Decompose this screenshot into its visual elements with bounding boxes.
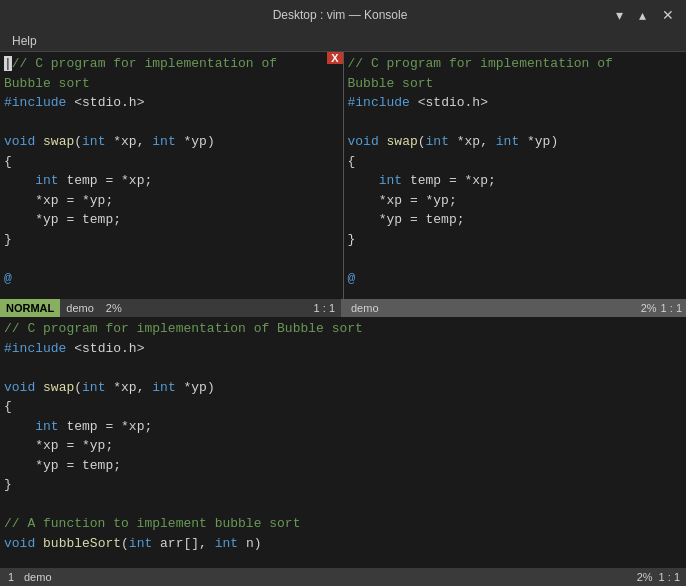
code-line: { xyxy=(4,152,339,172)
minimize-button[interactable]: ▾ xyxy=(612,5,627,25)
code-line: Bubble sort xyxy=(4,74,339,94)
split-pane: X |// C program for implementation of Bu… xyxy=(0,52,686,299)
title-bar-buttons: ▾ ▴ ✕ xyxy=(612,5,678,25)
close-window-button[interactable]: ✕ xyxy=(658,5,678,25)
code-line xyxy=(4,358,682,378)
code-line: *yp = temp; xyxy=(4,210,339,230)
code-line: int temp = *xp; xyxy=(4,171,339,191)
title-bar: Desktop : vim — Konsole ▾ ▴ ✕ xyxy=(0,0,686,30)
left-status-pos: 1 : 1 xyxy=(308,302,341,314)
code-line: // A function to implement bubble sort xyxy=(4,514,682,534)
left-status-filename: demo xyxy=(60,302,100,314)
menu-bar: Help xyxy=(0,30,686,52)
bottom-status-filename: demo xyxy=(18,571,58,583)
code-line: } xyxy=(4,230,339,250)
code-line: } xyxy=(348,230,683,250)
right-pane: // C program for implementation of Bubbl… xyxy=(344,52,687,299)
right-status-filename: demo xyxy=(345,302,385,314)
right-status-pos: 1 : 1 xyxy=(661,302,686,314)
code-line: *xp = *yp; xyxy=(348,191,683,211)
code-line: { xyxy=(4,397,682,417)
code-line: |// C program for implementation of xyxy=(4,54,339,74)
code-line: // C program for implementation of Bubbl… xyxy=(4,319,682,339)
bottom-pane: // C program for implementation of Bubbl… xyxy=(0,317,686,568)
code-line: void swap(int *xp, int *yp) xyxy=(348,132,683,152)
code-line xyxy=(4,249,339,269)
code-line-at: @ xyxy=(4,269,339,289)
code-line: *yp = temp; xyxy=(348,210,683,230)
code-line: #include <stdio.h> xyxy=(4,93,339,113)
code-line: int temp = *xp; xyxy=(348,171,683,191)
code-line: #include <stdio.h> xyxy=(4,339,682,359)
title-bar-title: Desktop : vim — Konsole xyxy=(68,8,612,22)
bottom-status-percent: 2% xyxy=(637,571,659,583)
code-line xyxy=(4,495,682,515)
code-line: { xyxy=(348,152,683,172)
bottom-status-bar: 1 demo 2% 1 : 1 xyxy=(0,568,686,586)
code-line-at: @ xyxy=(348,269,683,289)
code-line: Bubble sort xyxy=(348,74,683,94)
vim-container: X |// C program for implementation of Bu… xyxy=(0,52,686,586)
code-line: #include <stdio.h> xyxy=(348,93,683,113)
left-status-percent: 2% xyxy=(100,302,128,314)
right-status: demo 2% 1 : 1 xyxy=(341,299,686,317)
code-line xyxy=(4,113,339,133)
normal-mode-badge: NORMAL xyxy=(0,299,60,317)
bottom-status-pos: 1 : 1 xyxy=(659,571,686,583)
bottom-line-number: 1 xyxy=(0,571,18,583)
code-line: void bubbleSort(int arr[], int n) xyxy=(4,534,682,554)
code-line: *xp = *yp; xyxy=(4,191,339,211)
split-status-bar: NORMAL demo 2% 1 : 1 demo 2% 1 : 1 xyxy=(0,299,686,317)
code-line: void swap(int *xp, int *yp) xyxy=(4,378,682,398)
right-status-percent: 2% xyxy=(641,302,661,314)
close-left-pane-button[interactable]: X xyxy=(327,52,342,64)
left-status: NORMAL demo 2% 1 : 1 xyxy=(0,299,341,317)
code-line: int temp = *xp; xyxy=(4,417,682,437)
maximize-button[interactable]: ▴ xyxy=(635,5,650,25)
left-pane: X |// C program for implementation of Bu… xyxy=(0,52,344,299)
code-line: } xyxy=(4,475,682,495)
menu-item-help[interactable]: Help xyxy=(4,32,45,50)
code-line: // C program for implementation of xyxy=(348,54,683,74)
code-line xyxy=(348,249,683,269)
code-line xyxy=(348,113,683,133)
code-line: void swap(int *xp, int *yp) xyxy=(4,132,339,152)
code-line: *xp = *yp; xyxy=(4,436,682,456)
code-line: *yp = temp; xyxy=(4,456,682,476)
